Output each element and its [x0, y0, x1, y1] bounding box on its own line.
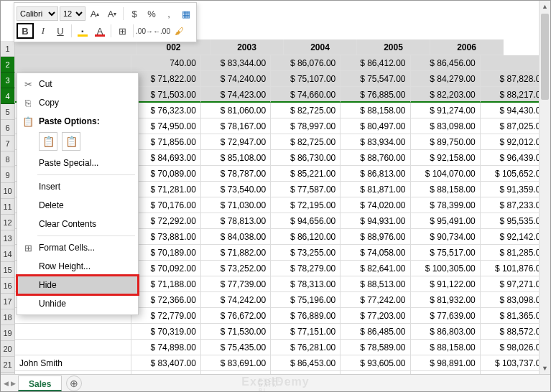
row-header[interactable]: 5 — [1, 104, 15, 120]
cell[interactable]: $ 72,779.00 — [131, 308, 201, 324]
cell[interactable]: $ 71,281.00 — [131, 182, 201, 197]
italic-button[interactable]: I — [35, 23, 51, 39]
cell[interactable]: $ 71,530.00 — [201, 324, 271, 340]
cell[interactable]: $ 75,435.00 — [201, 340, 271, 355]
sheet-tab[interactable]: Sales — [18, 375, 62, 391]
cell[interactable]: $ 78,399.00 — [411, 197, 481, 213]
cell[interactable]: $ 81,871.00 — [341, 182, 410, 197]
cell[interactable]: $ 82,725.00 — [271, 103, 341, 118]
cell[interactable]: $ 78,313.00 — [271, 276, 341, 292]
cell[interactable]: $ 86,412.00 — [341, 55, 410, 71]
row-header[interactable]: 7 — [1, 136, 15, 151]
cell[interactable]: 2004 — [284, 39, 357, 55]
cell[interactable]: $ 77,587.00 — [271, 182, 341, 197]
row-header[interactable]: 18 — [1, 309, 15, 325]
cell[interactable]: $ 85,221.00 — [271, 166, 341, 182]
font-size-select[interactable]: 12 — [60, 6, 85, 21]
cell[interactable]: $ 77,639.00 — [411, 308, 481, 324]
cell[interactable]: $ 71,882.00 — [201, 245, 271, 261]
merge-icon[interactable]: ▦ — [178, 6, 194, 22]
fill-color-icon[interactable]: 🞍 — [75, 23, 91, 39]
row-header[interactable]: 9 — [1, 167, 15, 183]
cell[interactable]: $ 75,107.00 — [271, 71, 341, 87]
cell[interactable]: $ 73,252.00 — [201, 261, 271, 276]
row-header[interactable]: 14 — [1, 246, 15, 262]
cell[interactable]: $ 78,997.00 — [271, 118, 341, 134]
menu-unhide[interactable]: Unhide — [17, 294, 138, 313]
menu-insert[interactable]: Insert — [17, 177, 138, 196]
cell[interactable]: John Smith — [15, 355, 131, 371]
row-header[interactable]: 16 — [1, 278, 15, 294]
cell[interactable]: $ 84,693.00 — [131, 150, 201, 166]
cell[interactable]: $ 78,589.00 — [341, 340, 410, 355]
cell[interactable]: $ 104,070.00 — [411, 166, 481, 182]
cell[interactable]: $ 82,203.00 — [411, 87, 481, 103]
cell[interactable]: 2006 — [430, 39, 504, 55]
cell[interactable]: $ 70,319.00 — [131, 324, 201, 340]
cell[interactable]: $ 73,540.00 — [201, 182, 271, 197]
cell[interactable]: $ 75,547.00 — [341, 71, 410, 87]
cell[interactable]: $ 74,660.00 — [271, 87, 341, 103]
cell[interactable]: $ 76,889.00 — [271, 308, 341, 324]
cell[interactable]: $ 88,158.00 — [341, 103, 410, 118]
font-color-icon[interactable]: A — [92, 23, 108, 39]
cell[interactable] — [15, 55, 131, 71]
increase-decimal-icon[interactable]: .00→ — [136, 23, 152, 39]
cell[interactable]: $ 78,813.00 — [201, 213, 271, 229]
cell[interactable]: $ 86,076.00 — [271, 55, 341, 71]
row-header[interactable]: 10 — [1, 183, 15, 199]
cell[interactable]: $ 84,279.00 — [411, 71, 481, 87]
row-header[interactable]: 17 — [1, 294, 15, 309]
cell[interactable]: $ 78,279.00 — [271, 261, 341, 276]
cell[interactable]: $ 86,813.00 — [341, 166, 410, 182]
cell[interactable]: $ 71,030.00 — [201, 197, 271, 213]
cell[interactable]: $ 72,195.00 — [271, 197, 341, 213]
cell[interactable]: $ 75,517.00 — [411, 245, 481, 261]
row-header[interactable]: 11 — [1, 199, 15, 215]
cell[interactable]: $ 81,932.00 — [411, 292, 481, 308]
increase-font-icon[interactable]: A▴ — [87, 6, 103, 22]
scroll-thumb[interactable] — [541, 14, 549, 100]
menu-clear-contents[interactable]: Clear Contents — [17, 215, 138, 233]
cell[interactable]: $ 73,255.00 — [271, 245, 341, 261]
cell[interactable]: 2003 — [210, 39, 284, 55]
cell[interactable]: $ 70,092.00 — [131, 261, 201, 276]
cell[interactable]: $ 93,605.00 — [341, 355, 410, 371]
cell[interactable]: $ 74,058.00 — [341, 245, 410, 261]
cell[interactable]: $ 92,158.00 — [411, 150, 481, 166]
row-header[interactable]: 8 — [1, 151, 15, 167]
format-painter-icon[interactable]: 🖌 — [171, 23, 187, 39]
menu-delete[interactable]: Delete — [17, 196, 138, 215]
comma-icon[interactable]: , — [161, 6, 177, 22]
cell[interactable]: $ 76,323.00 — [131, 103, 201, 118]
row-header[interactable]: 4 — [1, 88, 15, 104]
row-header[interactable]: 20 — [1, 341, 15, 357]
cell[interactable]: $ 72,292.00 — [131, 213, 201, 229]
cell[interactable]: $ 77,151.00 — [271, 324, 341, 340]
cell[interactable]: $ 77,739.00 — [201, 276, 271, 292]
cell[interactable]: $ 71,188.00 — [131, 276, 201, 292]
cell[interactable]: $ 73,881.00 — [131, 229, 201, 245]
cell[interactable]: $ 84,038.00 — [201, 229, 271, 245]
cell[interactable]: $ 82,641.00 — [341, 261, 410, 276]
cell[interactable]: $ 71,822.00 — [131, 71, 201, 87]
cell[interactable]: $ 78,787.00 — [201, 166, 271, 182]
row-header[interactable]: 12 — [1, 215, 15, 230]
row-header[interactable]: 15 — [1, 262, 15, 278]
cell[interactable]: $ 74,020.00 — [341, 197, 410, 213]
decrease-decimal-icon[interactable]: ←.00 — [154, 23, 170, 39]
menu-row-height[interactable]: Row Height... — [17, 257, 138, 276]
cell[interactable]: $ 86,456.00 — [411, 55, 481, 71]
add-sheet-button[interactable]: ⊕ — [66, 375, 82, 391]
cell[interactable]: 740.00 — [131, 55, 201, 71]
cell[interactable]: $ 72,366.00 — [131, 292, 201, 308]
cell[interactable]: $ 85,108.00 — [201, 150, 271, 166]
menu-cut[interactable]: ✂ Cut — [17, 75, 138, 93]
cell[interactable]: $ 83,691.00 — [201, 355, 271, 371]
cell[interactable]: 2005 — [357, 39, 430, 55]
row-header[interactable]: 6 — [1, 120, 15, 136]
row-header[interactable]: 13 — [1, 230, 15, 246]
cell[interactable]: $ 100,305.00 — [411, 261, 481, 276]
borders-icon[interactable]: ⊞ — [114, 23, 130, 39]
cell[interactable]: $ 77,203.00 — [341, 308, 410, 324]
